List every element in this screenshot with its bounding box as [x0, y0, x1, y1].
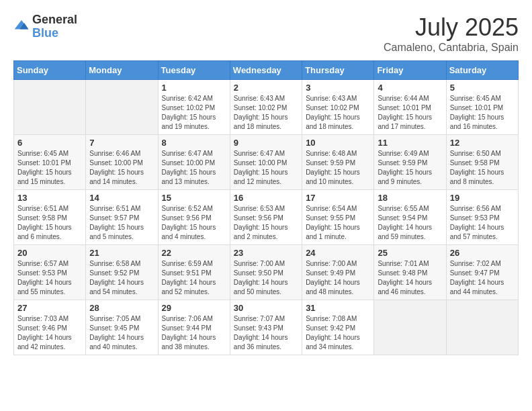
day-number: 8 — [162, 138, 226, 148]
calendar-day-cell — [86, 80, 158, 135]
day-info: Sunrise: 6:59 AMSunset: 9:51 PMDaylight:… — [162, 259, 226, 297]
calendar-day-cell: 9Sunrise: 6:47 AMSunset: 10:00 PMDayligh… — [230, 135, 302, 190]
calendar-day-cell: 26Sunrise: 7:02 AMSunset: 9:47 PMDayligh… — [446, 245, 518, 300]
day-info: Sunrise: 6:44 AMSunset: 10:01 PMDaylight… — [378, 94, 442, 132]
day-number: 17 — [306, 193, 370, 203]
day-info: Sunrise: 6:56 AMSunset: 9:53 PMDaylight:… — [450, 204, 515, 242]
day-info: Sunrise: 7:07 AMSunset: 9:43 PMDaylight:… — [234, 314, 298, 352]
calendar-table: SundayMondayTuesdayWednesdayThursdayFrid… — [13, 60, 519, 355]
day-of-week-header: Sunday — [14, 61, 86, 80]
calendar-week-row: 20Sunrise: 6:57 AMSunset: 9:53 PMDayligh… — [14, 245, 519, 300]
day-number: 21 — [89, 248, 154, 258]
day-info: Sunrise: 6:47 AMSunset: 10:00 PMDaylight… — [162, 149, 226, 187]
calendar-day-cell: 19Sunrise: 6:56 AMSunset: 9:53 PMDayligh… — [446, 190, 518, 245]
day-of-week-header: Friday — [374, 61, 446, 80]
day-number: 3 — [306, 83, 370, 93]
day-info: Sunrise: 6:42 AMSunset: 10:02 PMDaylight… — [162, 94, 226, 132]
day-info: Sunrise: 6:48 AMSunset: 9:59 PMDaylight:… — [306, 149, 370, 187]
calendar-day-cell: 4Sunrise: 6:44 AMSunset: 10:01 PMDayligh… — [374, 80, 446, 135]
day-info: Sunrise: 7:00 AMSunset: 9:49 PMDaylight:… — [306, 259, 370, 297]
calendar-day-cell: 8Sunrise: 6:47 AMSunset: 10:00 PMDayligh… — [158, 135, 230, 190]
day-info: Sunrise: 7:08 AMSunset: 9:42 PMDaylight:… — [306, 314, 370, 352]
day-info: Sunrise: 6:51 AMSunset: 9:57 PMDaylight:… — [89, 204, 154, 242]
day-info: Sunrise: 7:01 AMSunset: 9:48 PMDaylight:… — [378, 259, 442, 297]
day-number: 26 — [450, 248, 515, 258]
day-number: 9 — [234, 138, 298, 148]
day-info: Sunrise: 6:46 AMSunset: 10:00 PMDaylight… — [89, 149, 154, 187]
day-number: 13 — [17, 193, 82, 203]
day-number: 22 — [162, 248, 226, 258]
day-number: 7 — [89, 138, 154, 148]
calendar-day-cell: 31Sunrise: 7:08 AMSunset: 9:42 PMDayligh… — [302, 300, 374, 355]
calendar-day-cell — [374, 300, 446, 355]
day-number: 5 — [450, 83, 515, 93]
calendar-day-cell — [14, 80, 86, 135]
day-of-week-header: Thursday — [302, 61, 374, 80]
day-number: 6 — [17, 138, 82, 148]
day-info: Sunrise: 6:58 AMSunset: 9:52 PMDaylight:… — [89, 259, 154, 297]
day-info: Sunrise: 7:05 AMSunset: 9:45 PMDaylight:… — [89, 314, 154, 352]
day-number: 29 — [162, 303, 226, 313]
logo: General Blue — [13, 13, 77, 40]
logo-blue: Blue — [32, 27, 77, 40]
calendar-day-cell: 5Sunrise: 6:45 AMSunset: 10:01 PMDayligh… — [446, 80, 518, 135]
day-info: Sunrise: 6:57 AMSunset: 9:53 PMDaylight:… — [17, 259, 82, 297]
day-number: 27 — [17, 303, 82, 313]
calendar-day-cell: 13Sunrise: 6:51 AMSunset: 9:58 PMDayligh… — [14, 190, 86, 245]
calendar-week-row: 1Sunrise: 6:42 AMSunset: 10:02 PMDayligh… — [14, 80, 519, 135]
day-number: 10 — [306, 138, 370, 148]
day-number: 2 — [234, 83, 298, 93]
day-of-week-header: Monday — [86, 61, 158, 80]
day-info: Sunrise: 6:53 AMSunset: 9:56 PMDaylight:… — [234, 204, 298, 242]
calendar-day-cell: 23Sunrise: 7:00 AMSunset: 9:50 PMDayligh… — [230, 245, 302, 300]
day-number: 24 — [306, 248, 370, 258]
logo-general: General — [32, 13, 77, 27]
calendar-day-cell: 16Sunrise: 6:53 AMSunset: 9:56 PMDayligh… — [230, 190, 302, 245]
calendar-day-cell: 6Sunrise: 6:45 AMSunset: 10:01 PMDayligh… — [14, 135, 86, 190]
day-info: Sunrise: 7:02 AMSunset: 9:47 PMDaylight:… — [450, 259, 515, 297]
calendar-week-row: 6Sunrise: 6:45 AMSunset: 10:01 PMDayligh… — [14, 135, 519, 190]
calendar-day-cell: 28Sunrise: 7:05 AMSunset: 9:45 PMDayligh… — [86, 300, 158, 355]
calendar-day-cell: 11Sunrise: 6:49 AMSunset: 9:59 PMDayligh… — [374, 135, 446, 190]
logo-icon — [13, 17, 30, 34]
calendar-day-cell: 30Sunrise: 7:07 AMSunset: 9:43 PMDayligh… — [230, 300, 302, 355]
day-number: 4 — [378, 83, 442, 93]
day-number: 15 — [162, 193, 226, 203]
calendar-week-row: 13Sunrise: 6:51 AMSunset: 9:58 PMDayligh… — [14, 190, 519, 245]
calendar-day-cell: 20Sunrise: 6:57 AMSunset: 9:53 PMDayligh… — [14, 245, 86, 300]
calendar-week-row: 27Sunrise: 7:03 AMSunset: 9:46 PMDayligh… — [14, 300, 519, 355]
calendar-day-cell — [446, 300, 518, 355]
calendar-day-cell: 3Sunrise: 6:43 AMSunset: 10:02 PMDayligh… — [302, 80, 374, 135]
calendar-day-cell: 22Sunrise: 6:59 AMSunset: 9:51 PMDayligh… — [158, 245, 230, 300]
day-info: Sunrise: 6:51 AMSunset: 9:58 PMDaylight:… — [17, 204, 82, 242]
calendar-day-cell: 17Sunrise: 6:54 AMSunset: 9:55 PMDayligh… — [302, 190, 374, 245]
day-number: 18 — [378, 193, 442, 203]
day-number: 30 — [234, 303, 298, 313]
calendar-day-cell: 24Sunrise: 7:00 AMSunset: 9:49 PMDayligh… — [302, 245, 374, 300]
calendar-day-cell: 25Sunrise: 7:01 AMSunset: 9:48 PMDayligh… — [374, 245, 446, 300]
calendar-day-cell: 18Sunrise: 6:55 AMSunset: 9:54 PMDayligh… — [374, 190, 446, 245]
day-info: Sunrise: 6:52 AMSunset: 9:56 PMDaylight:… — [162, 204, 226, 242]
calendar-day-cell: 10Sunrise: 6:48 AMSunset: 9:59 PMDayligh… — [302, 135, 374, 190]
day-number: 28 — [89, 303, 154, 313]
day-info: Sunrise: 6:47 AMSunset: 10:00 PMDaylight… — [234, 149, 298, 187]
day-info: Sunrise: 6:54 AMSunset: 9:55 PMDaylight:… — [306, 204, 370, 242]
day-number: 11 — [378, 138, 442, 148]
calendar-day-cell: 14Sunrise: 6:51 AMSunset: 9:57 PMDayligh… — [86, 190, 158, 245]
day-of-week-header: Wednesday — [230, 61, 302, 80]
calendar-day-cell: 7Sunrise: 6:46 AMSunset: 10:00 PMDayligh… — [86, 135, 158, 190]
day-of-week-header: Saturday — [446, 61, 518, 80]
calendar-day-cell: 29Sunrise: 7:06 AMSunset: 9:44 PMDayligh… — [158, 300, 230, 355]
day-info: Sunrise: 6:45 AMSunset: 10:01 PMDaylight… — [17, 149, 82, 187]
calendar-day-cell: 1Sunrise: 6:42 AMSunset: 10:02 PMDayligh… — [158, 80, 230, 135]
day-number: 1 — [162, 83, 226, 93]
location-title: Camaleno, Cantabria, Spain — [384, 42, 519, 54]
day-info: Sunrise: 6:43 AMSunset: 10:02 PMDaylight… — [306, 94, 370, 132]
month-title: July 2025 — [384, 13, 519, 42]
day-number: 19 — [450, 193, 515, 203]
day-info: Sunrise: 6:45 AMSunset: 10:01 PMDaylight… — [450, 94, 515, 132]
calendar-day-cell: 15Sunrise: 6:52 AMSunset: 9:56 PMDayligh… — [158, 190, 230, 245]
day-info: Sunrise: 6:49 AMSunset: 9:59 PMDaylight:… — [378, 149, 442, 187]
day-info: Sunrise: 6:43 AMSunset: 10:02 PMDaylight… — [234, 94, 298, 132]
page-header: General Blue July 2025 Camaleno, Cantabr… — [13, 13, 519, 54]
